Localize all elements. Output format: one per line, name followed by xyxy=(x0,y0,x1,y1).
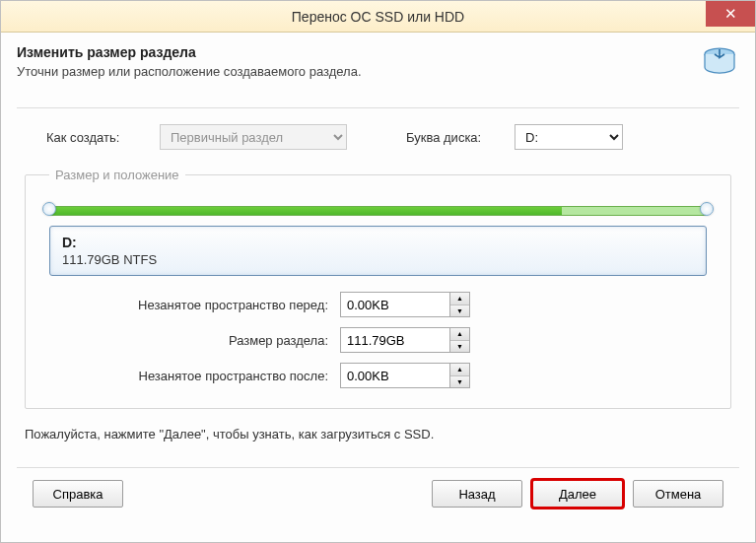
space-after-label: Незанятое пространство после: xyxy=(79,369,340,383)
create-row: Как создать: Первичный раздел Буква диск… xyxy=(17,124,739,150)
partition-size-spinner[interactable]: ▲▼ xyxy=(340,327,478,353)
down-icon[interactable]: ▼ xyxy=(450,341,469,353)
divider xyxy=(17,107,739,108)
up-icon[interactable]: ▲ xyxy=(450,293,469,305)
size-position-group: Размер и положение D: 111.79GB NTFS Неза… xyxy=(25,168,731,409)
down-icon[interactable]: ▼ xyxy=(450,376,469,388)
help-button[interactable]: Справка xyxy=(33,480,123,508)
next-button[interactable]: Далее xyxy=(532,480,623,508)
page-title: Изменить размер раздела xyxy=(17,44,362,60)
space-before-spinner[interactable]: ▲▼ xyxy=(340,292,478,317)
slider-track xyxy=(49,206,707,216)
cancel-button[interactable]: Отмена xyxy=(633,480,723,508)
close-button[interactable]: ✕ xyxy=(706,1,755,27)
window-title: Перенос ОС SSD или HDD xyxy=(292,9,464,25)
create-type-select[interactable]: Первичный раздел xyxy=(160,124,347,150)
partition-size-label: Размер раздела: xyxy=(79,333,340,348)
down-icon[interactable]: ▼ xyxy=(450,305,469,317)
partition-icon xyxy=(700,44,739,88)
titlebar: Перенос ОС SSD или HDD ✕ xyxy=(1,1,755,33)
partition-size-input[interactable] xyxy=(340,327,450,353)
partition-box[interactable]: D: 111.79GB NTFS xyxy=(49,226,707,276)
slider-handle-left[interactable] xyxy=(42,202,56,216)
space-before-label: Незанятое пространство перед: xyxy=(79,298,340,312)
hint-text: Пожалуйста, нажмите "Далее", чтобы узнат… xyxy=(25,427,731,441)
space-before-input[interactable] xyxy=(340,292,450,317)
back-button[interactable]: Назад xyxy=(432,480,522,508)
slider-fill xyxy=(50,207,562,215)
partition-info: 111.79GB NTFS xyxy=(62,252,694,267)
drive-letter-label: Буква диска: xyxy=(406,130,515,145)
slider-handle-right[interactable] xyxy=(700,202,714,216)
footer-right: Назад Далее Отмена xyxy=(432,480,723,508)
drive-letter-select[interactable]: D: xyxy=(515,124,623,150)
footer: Справка Назад Далее Отмена xyxy=(17,480,739,508)
wizard-window: Перенос ОС SSD или HDD ✕ Изменить размер… xyxy=(0,0,756,543)
page-subtitle: Уточни размер или расположение создаваем… xyxy=(17,64,362,79)
create-label: Как создать: xyxy=(46,130,160,145)
content-area: Изменить размер раздела Уточни размер ил… xyxy=(1,33,755,517)
space-after-spinner[interactable]: ▲▼ xyxy=(340,363,478,388)
header-text: Изменить размер раздела Уточни размер ил… xyxy=(17,44,362,79)
page-header: Изменить размер раздела Уточни размер ил… xyxy=(17,44,739,88)
size-grid: Незанятое пространство перед: ▲▼ Размер … xyxy=(79,292,707,388)
up-icon[interactable]: ▲ xyxy=(450,328,469,341)
close-icon: ✕ xyxy=(724,5,737,23)
group-legend: Размер и положение xyxy=(49,168,185,182)
up-icon[interactable]: ▲ xyxy=(450,364,469,376)
partition-slider[interactable] xyxy=(49,204,707,216)
footer-divider xyxy=(17,467,739,468)
partition-name: D: xyxy=(62,235,694,250)
space-after-input[interactable] xyxy=(340,363,450,388)
